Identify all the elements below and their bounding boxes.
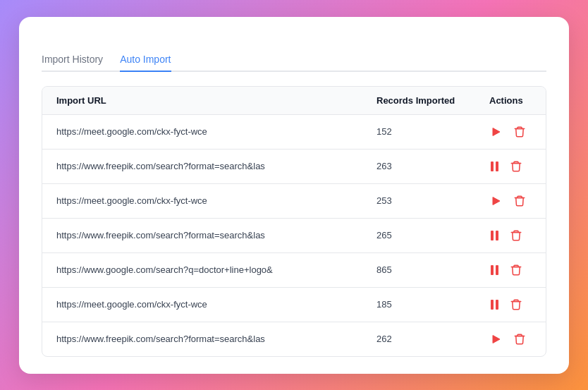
cell-url: https://meet.google.com/ckx-fyct-wce [42,287,362,322]
pause-button[interactable] [489,160,500,173]
cell-actions [475,218,546,252]
cell-records: 185 [362,287,475,322]
table-container: Import URL Records Imported Actions http… [42,86,546,357]
col-header-url: Import URL [42,87,362,115]
cell-url: https://www.freepik.com/search?format=se… [42,322,362,356]
table-row: https://www.freepik.com/search?format=se… [42,218,546,252]
cell-actions [475,322,546,356]
cell-records: 265 [362,218,475,252]
play-button[interactable] [489,125,503,139]
table-row: https://meet.google.com/ckx-fyct-wce152 [42,114,546,149]
cell-actions [475,114,546,149]
table-row: https://www.freepik.com/search?format=se… [42,149,546,183]
cell-actions [475,149,546,183]
table-header-row: Import URL Records Imported Actions [42,87,546,115]
table-row: https://www.freepik.com/search?format=se… [42,322,546,356]
cell-records: 152 [362,114,475,149]
pause-button[interactable] [489,298,500,311]
pause-button[interactable] [489,264,500,276]
delete-button[interactable] [512,124,527,140]
cell-records: 263 [362,149,475,183]
cell-records: 262 [362,322,475,356]
main-card: Import History Auto Import Import URL Re… [19,17,569,374]
delete-button[interactable] [508,228,524,243]
delete-button[interactable] [508,159,524,174]
play-button[interactable] [489,194,503,208]
import-table: Import URL Records Imported Actions http… [42,87,546,356]
col-header-records: Records Imported [362,87,475,115]
tab-auto-import[interactable]: Auto Import [120,54,171,72]
cell-url: https://meet.google.com/ckx-fyct-wce [42,114,362,149]
table-row: https://www.google.com/search?q=doctor+l… [42,252,546,287]
cell-records: 253 [362,183,475,218]
delete-button[interactable] [512,331,527,347]
tab-bar: Import History Auto Import [42,54,546,72]
col-header-actions: Actions [475,87,546,115]
table-row: https://meet.google.com/ckx-fyct-wce253 [42,183,546,218]
delete-button[interactable] [508,297,524,312]
cell-url: https://www.freepik.com/search?format=se… [42,218,362,252]
cell-records: 865 [362,252,475,287]
cell-url: https://www.google.com/search?q=doctor+l… [42,252,362,287]
delete-button[interactable] [512,193,527,209]
play-button[interactable] [489,332,503,346]
cell-actions [475,287,546,322]
table-row: https://meet.google.com/ckx-fyct-wce185 [42,287,546,322]
cell-actions [475,183,546,218]
cell-url: https://www.freepik.com/search?format=se… [42,149,362,183]
tab-import-history[interactable]: Import History [42,54,103,72]
cell-url: https://meet.google.com/ckx-fyct-wce [42,183,362,218]
cell-actions [475,252,546,287]
delete-button[interactable] [508,262,524,278]
pause-button[interactable] [489,229,500,242]
